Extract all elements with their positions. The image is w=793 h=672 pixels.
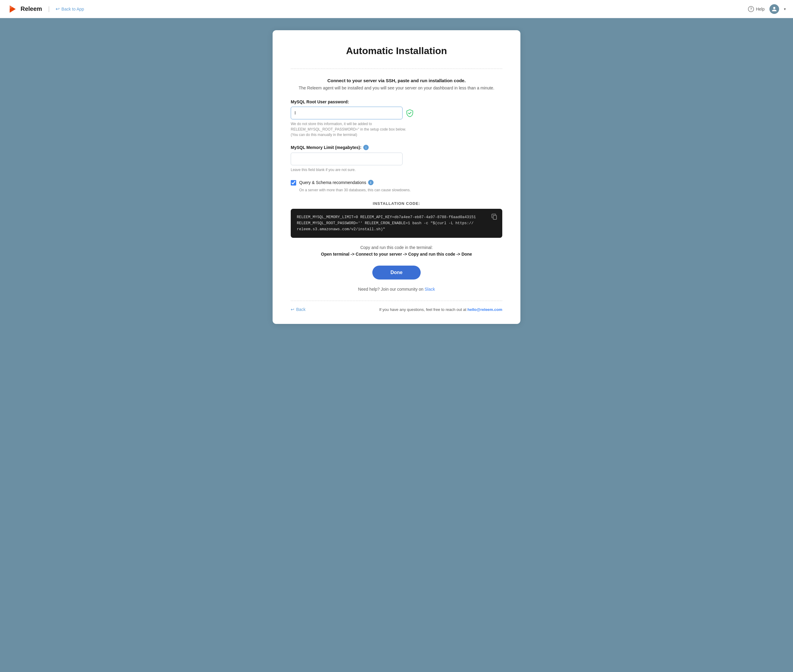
steps-label: Copy and run this code in the terminal:: [291, 245, 502, 250]
back-arrow-footer-icon: ↩: [291, 307, 294, 312]
mysql-password-hint: We do not store this information, it wil…: [291, 121, 502, 138]
header-divider: |: [48, 5, 50, 13]
page-title: Automatic Installation: [291, 45, 502, 56]
footer-divider: [291, 301, 502, 301]
header: Releem | ↩ Back to App ? Help ▾: [0, 0, 793, 18]
steps-bold: Open terminal -> Connect to your server …: [291, 252, 502, 256]
checkbox-row: Query & Schema recommendations i: [291, 180, 502, 186]
header-right: ? Help ▾: [748, 4, 786, 14]
back-to-app-link[interactable]: ↩ Back to App: [56, 6, 84, 12]
email-link[interactable]: hello@releem.com: [468, 307, 502, 312]
footer-contact: If you have any questions, feel free to …: [379, 307, 502, 312]
mysql-password-input-row: [291, 107, 502, 119]
installation-card: Automatic Installation Connect to your s…: [272, 30, 521, 324]
checkbox-group: Query & Schema recommendations i On a se…: [291, 180, 502, 192]
mysql-memory-input[interactable]: [291, 153, 402, 165]
user-avatar[interactable]: [769, 4, 779, 14]
code-box: RELEEM_MYSQL_MEMORY_LIMIT=0 RELEEM_API_K…: [291, 209, 502, 238]
help-community-text: Need help? Join our community on Slack: [291, 287, 502, 291]
help-button[interactable]: ? Help: [748, 6, 764, 12]
instruction-bold: Connect to your server via SSH, paste an…: [291, 78, 502, 83]
header-left: Releem | ↩ Back to App: [7, 4, 84, 14]
slack-link[interactable]: Slack: [425, 287, 435, 291]
query-schema-checkbox[interactable]: [291, 180, 296, 186]
logo-text: Releem: [21, 5, 42, 13]
checkbox-hint: On a server with more than 30 databases,…: [299, 188, 502, 192]
code-text: RELEEM_MYSQL_MEMORY_LIMIT=0 RELEEM_API_K…: [297, 214, 496, 232]
checkbox-info-icon[interactable]: i: [368, 180, 373, 185]
shield-check-icon: [405, 109, 414, 117]
mysql-password-label: MySQL Root User password:: [291, 99, 502, 104]
mysql-password-field-group: MySQL Root User password: We do not stor…: [291, 99, 502, 138]
chevron-down-icon[interactable]: ▾: [784, 7, 786, 11]
help-label: Help: [756, 6, 764, 11]
back-button[interactable]: ↩ Back: [291, 307, 306, 312]
back-to-app-label: Back to App: [61, 6, 84, 11]
main-content: Automatic Installation Connect to your s…: [0, 18, 793, 336]
help-icon: ?: [748, 6, 754, 12]
instruction-normal: The Releem agent will be installed and y…: [291, 85, 502, 90]
mysql-memory-label: MySQL Memory Limit (megabytes): i: [291, 145, 502, 150]
mysql-memory-info-icon[interactable]: i: [363, 145, 369, 150]
copy-button[interactable]: [490, 213, 499, 222]
user-icon: [772, 6, 777, 12]
mysql-password-input[interactable]: [291, 107, 402, 119]
card-footer: ↩ Back If you have any questions, feel f…: [291, 307, 502, 312]
releem-logo-icon: [7, 4, 17, 14]
mysql-memory-hint: Leave this field blank if you are not su…: [291, 167, 502, 173]
top-divider: [291, 69, 502, 69]
svg-rect-2: [493, 216, 497, 219]
checkbox-label: Query & Schema recommendations i: [299, 180, 373, 185]
install-code-label: INSTALLATION CODE:: [291, 201, 502, 206]
back-arrow-icon: ↩: [56, 6, 59, 12]
mysql-memory-field-group: MySQL Memory Limit (megabytes): i Leave …: [291, 145, 502, 173]
copy-icon: [492, 214, 497, 220]
done-button[interactable]: Done: [372, 266, 421, 280]
